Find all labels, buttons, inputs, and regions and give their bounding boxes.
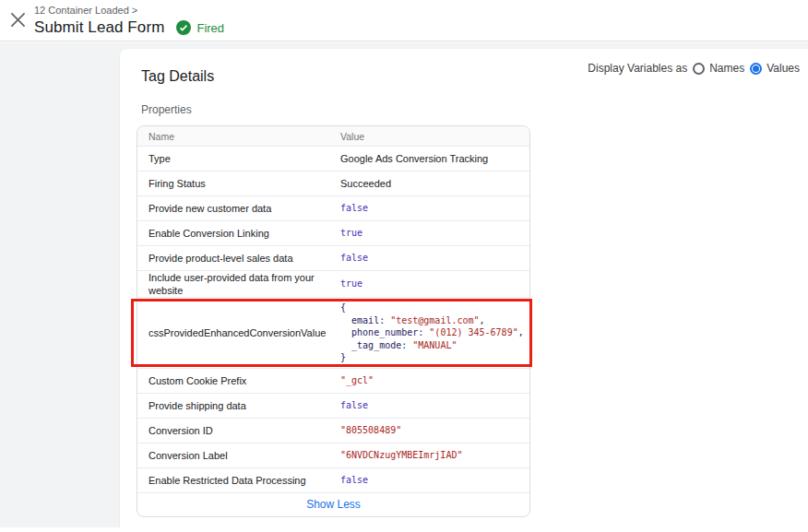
- table-row: Provide new customer datafalse: [137, 195, 529, 220]
- property-name: Enable Restricted Data Processing: [137, 474, 340, 487]
- table-row: Provide shipping datafalse: [137, 393, 529, 418]
- table-row: Enable Restricted Data Processingfalse: [137, 467, 529, 492]
- property-name: Type: [137, 152, 340, 165]
- property-name: Provide product-level sales data: [137, 252, 340, 265]
- table-row: Conversion ID"805508489": [137, 418, 529, 443]
- property-name: Enable Conversion Linking: [137, 227, 340, 240]
- radio-names[interactable]: Names: [693, 62, 744, 75]
- display-variables-label: Display Variables as: [588, 62, 687, 75]
- property-value: false: [340, 248, 529, 268]
- close-button[interactable]: [3, 5, 32, 34]
- radio-values[interactable]: Values: [750, 62, 800, 75]
- property-value: Google Ads Conversion Tracking: [340, 148, 529, 169]
- property-value: "_gcl": [340, 371, 529, 391]
- properties-table: Name Value TypeGoogle Ads Conversion Tra…: [137, 125, 530, 517]
- table-footer: Show Less: [137, 492, 529, 516]
- radio-label: Values: [766, 62, 800, 75]
- property-name: Provide shipping data: [137, 399, 340, 412]
- bottom-edge: [0, 527, 808, 532]
- table-header: Name Value: [137, 126, 529, 146]
- property-name: Conversion Label: [137, 449, 340, 462]
- property-value: false: [340, 396, 529, 416]
- check-circle-icon: [176, 20, 191, 35]
- radio-icon: [750, 63, 762, 75]
- table-row: TypeGoogle Ads Conversion Tracking: [137, 146, 529, 171]
- property-name: Include user-provided data from your web…: [137, 271, 340, 297]
- property-value: { email: "test@gmail.com", phone_number:…: [340, 298, 529, 368]
- column-header-value: Value: [340, 131, 529, 142]
- property-value: "6NVDCNzugYMBEImrjIAD": [340, 445, 529, 466]
- property-name: Provide new customer data: [137, 202, 340, 215]
- status-label: Fired: [196, 21, 224, 35]
- tag-details-card: Display Variables as NamesValues Tag Det…: [120, 49, 808, 527]
- page-background: Display Variables as NamesValues Tag Det…: [0, 42, 808, 527]
- property-name: Firing Status: [137, 177, 340, 190]
- table-row: Custom Cookie Prefix"_gcl": [137, 368, 529, 393]
- property-name: Conversion ID: [137, 424, 340, 437]
- property-name: Custom Cookie Prefix: [137, 374, 340, 387]
- table-row: cssProvidedEnhancedConversionValue{ emai…: [137, 297, 529, 368]
- radio-icon: [693, 63, 705, 75]
- properties-heading: Properties: [141, 103, 808, 117]
- preview-debug-header: 12 Container Loaded > Submit Lead Form F…: [0, 0, 808, 41]
- properties-table-body: TypeGoogle Ads Conversion TrackingFiring…: [137, 146, 529, 492]
- breadcrumb[interactable]: 12 Container Loaded >: [34, 5, 808, 17]
- display-variables-toggle: Display Variables as NamesValues: [588, 62, 800, 75]
- property-name: cssProvidedEnhancedConversionValue: [137, 326, 340, 339]
- property-value: true: [340, 223, 529, 243]
- property-value: true: [340, 274, 529, 294]
- page-title: Submit Lead Form: [34, 18, 164, 37]
- property-value: "805508489": [340, 420, 529, 441]
- property-value: Succeeded: [340, 173, 529, 194]
- column-header-name: Name: [137, 131, 340, 142]
- table-row: Enable Conversion Linkingtrue: [137, 220, 529, 245]
- property-value: false: [340, 198, 529, 219]
- table-row: Include user-provided data from your web…: [137, 270, 529, 297]
- table-row: Firing StatusSucceeded: [137, 171, 529, 195]
- table-row: Provide product-level sales datafalse: [137, 245, 529, 270]
- radio-label: Names: [709, 62, 744, 75]
- status-badge: Fired: [176, 20, 224, 35]
- show-less-link[interactable]: Show Less: [306, 498, 361, 511]
- table-row: Conversion Label"6NVDCNzugYMBEImrjIAD": [137, 443, 529, 467]
- property-value: false: [340, 470, 529, 491]
- close-icon: [10, 12, 26, 28]
